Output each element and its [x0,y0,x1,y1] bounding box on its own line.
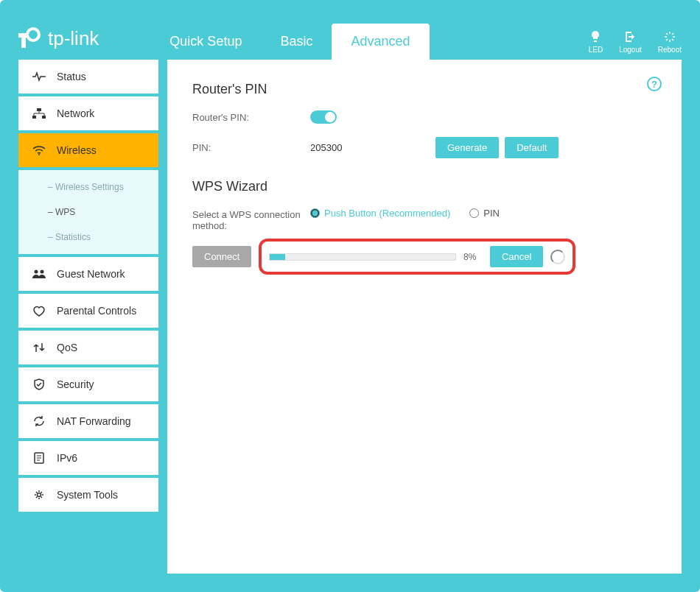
lightbulb-icon [589,30,602,43]
svg-line-7 [666,33,668,35]
sidebar-item-guest-network[interactable]: Guest Network [18,257,158,291]
sidebar-item-system-tools[interactable]: System Tools [18,478,158,512]
sidebar-sub-wireless-settings[interactable]: Wireless Settings [18,175,158,200]
content-panel: ? Router's PIN Router's PIN: PIN: 205300… [167,60,682,574]
shield-icon [32,378,46,391]
progress-fill [270,254,284,260]
sidebar-sub-wps[interactable]: WPS [18,200,158,225]
svg-point-16 [41,270,44,274]
pin-value: 205300 [310,142,435,153]
svg-line-8 [672,39,673,40]
svg-rect-12 [32,116,36,119]
svg-line-10 [672,33,673,35]
network-icon [32,107,46,120]
sidebar-submenu-wireless: Wireless Settings WPS Statistics [18,170,158,254]
pulse-icon [32,70,46,83]
radio-pin-input[interactable] [469,208,479,218]
sidebar-item-ipv6[interactable]: IPv6 [18,441,158,475]
section-title-routers-pin: Router's PIN [192,82,657,97]
sidebar-item-qos[interactable]: QoS [18,331,158,364]
radio-push-button-input[interactable] [310,208,320,218]
routers-pin-toggle[interactable] [310,110,337,124]
arrows-icon [32,341,46,354]
method-label: Select a WPS connection method: [192,208,310,231]
sidebar-item-nat-forwarding[interactable]: NAT Forwarding [18,404,158,438]
section-title-wps-wizard: WPS Wizard [192,179,657,194]
connect-button[interactable]: Connect [192,246,251,267]
reboot-icon [663,30,676,43]
pin-label: PIN: [192,142,310,153]
help-button[interactable]: ? [646,76,662,95]
document-icon [32,451,46,465]
sidebar-item-status[interactable]: Status [18,60,158,94]
svg-text:?: ? [651,79,657,90]
svg-line-9 [666,39,668,40]
sidebar-item-security[interactable]: Security [18,367,158,401]
progress-highlight: 8% Cancel [259,239,575,275]
sidebar-item-parental-controls[interactable]: Parental Controls [18,294,158,328]
led-button[interactable]: LED [589,30,603,54]
tab-quick-setup[interactable]: Quick Setup [150,24,261,60]
tab-basic[interactable]: Basic [261,24,332,60]
default-button[interactable]: Default [505,137,559,158]
cancel-button[interactable]: Cancel [490,246,543,267]
brand-name: tp-link [48,27,99,50]
svg-point-0 [27,29,39,40]
progress-bar [269,253,456,261]
tab-advanced[interactable]: Advanced [332,24,429,60]
svg-point-14 [38,154,40,155]
refresh-icon [32,415,46,428]
svg-point-15 [35,270,38,274]
sidebar-item-network[interactable]: Network [18,96,158,130]
routers-pin-toggle-label: Router's PIN: [192,112,310,123]
wifi-icon [32,144,46,157]
reboot-button[interactable]: Reboot [658,30,682,54]
brand-logo: tp-link [18,26,99,51]
logout-button[interactable]: Logout [619,30,642,54]
generate-button[interactable]: Generate [435,137,499,158]
heart-shield-icon [32,304,46,317]
radio-pin[interactable]: PIN [469,208,500,219]
question-icon: ? [646,76,662,92]
users-icon [32,267,46,281]
logo-icon [18,26,43,51]
radio-push-button[interactable]: Push Button (Recommended) [310,208,450,219]
progress-percent-text: 8% [463,252,483,262]
main-tabs: Quick Setup Basic Advanced [150,24,429,60]
sidebar-item-wireless[interactable]: Wireless [18,133,158,167]
loading-spinner-icon [550,250,565,264]
sidebar: Status Network Wireless Wireless Setting… [18,60,158,574]
gear-icon [32,488,46,501]
logout-icon [623,30,637,43]
svg-point-21 [38,493,41,497]
svg-rect-2 [18,33,29,38]
sidebar-sub-statistics[interactable]: Statistics [18,225,158,250]
svg-rect-11 [37,108,41,111]
svg-rect-13 [42,116,46,119]
